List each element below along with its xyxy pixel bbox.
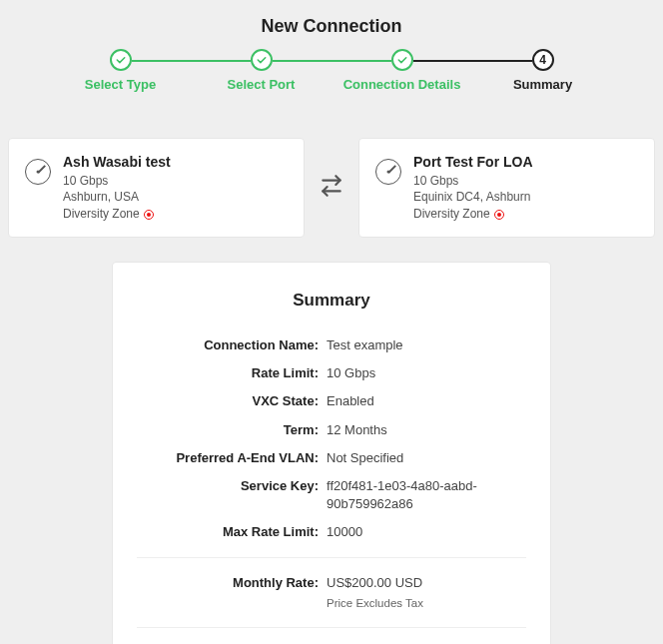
step-connector — [273, 60, 391, 62]
label: Preferred A-End VLAN: — [137, 449, 327, 467]
label: VXC State: — [137, 392, 327, 410]
check-icon — [110, 49, 132, 71]
value: 12 Months — [327, 421, 526, 439]
wizard-header: New Connection Select Type Select Port C… — [0, 0, 663, 110]
value: US$200.00 USD Price Excludes Tax — [327, 574, 526, 610]
step-label: Connection Details — [343, 77, 461, 92]
diversity-zone-label: Diversity Zone — [413, 206, 490, 223]
port-name: Ash Wasabi test — [63, 153, 171, 173]
label: Service Key: — [137, 477, 327, 513]
diversity-zone-red-icon — [494, 210, 504, 220]
port-name: Port Test For LOA — [413, 153, 533, 173]
step-label: Select Port — [228, 77, 296, 92]
value: Enabled — [327, 392, 526, 410]
value: Test example — [327, 336, 526, 354]
diversity-zone: Diversity Zone — [63, 206, 171, 223]
stepper: Select Type Select Port Connection Detai… — [0, 49, 663, 110]
check-icon — [251, 49, 273, 71]
row-vxc-state: VXC State: Enabled — [137, 392, 526, 410]
step-number: 4 — [532, 49, 554, 71]
port-info: Ash Wasabi test 10 Gbps Ashburn, USA Div… — [63, 153, 171, 223]
value: Not Specified — [327, 449, 526, 467]
monthly-rate-value: US$200.00 USD — [327, 574, 526, 592]
ports-row: Ash Wasabi test 10 Gbps Ashburn, USA Div… — [0, 110, 663, 254]
port-location: Equinix DC4, Ashburn — [413, 189, 533, 206]
port-speed: 10 Gbps — [63, 173, 171, 190]
row-preferred-vlan: Preferred A-End VLAN: Not Specified — [137, 449, 526, 467]
row-service-key: Service Key: ff20f481-1e03-4a80-aabd-90b… — [137, 477, 526, 513]
row-connection-name: Connection Name: Test example — [137, 336, 526, 354]
step-label: Summary — [513, 77, 572, 92]
dest-port-card[interactable]: Port Test For LOA 10 Gbps Equinix DC4, A… — [358, 138, 655, 238]
row-rate-limit: Rate Limit: 10 Gbps — [137, 364, 526, 382]
step-select-port[interactable]: Select Port — [191, 49, 332, 92]
swap-icon — [319, 173, 344, 203]
summary-heading: Summary — [137, 291, 526, 311]
row-monthly-rate: Monthly Rate: US$200.00 USD Price Exclud… — [137, 574, 526, 610]
summary-card: Summary Connection Name: Test example Ra… — [112, 262, 551, 644]
label: Monthly Rate: — [137, 574, 327, 610]
gauge-icon — [25, 159, 51, 185]
step-label: Select Type — [85, 77, 156, 92]
divider — [137, 627, 526, 628]
diversity-zone: Diversity Zone — [413, 206, 533, 223]
port-info: Port Test For LOA 10 Gbps Equinix DC4, A… — [413, 153, 533, 223]
step-connector — [132, 60, 251, 62]
check-icon — [391, 49, 413, 71]
divider — [137, 557, 526, 558]
value: 10 Gbps — [327, 364, 526, 382]
diversity-zone-label: Diversity Zone — [63, 206, 140, 223]
source-port-card[interactable]: Ash Wasabi test 10 Gbps Ashburn, USA Div… — [8, 138, 305, 238]
row-max-rate-limit: Max Rate Limit: 10000 — [137, 523, 526, 541]
step-summary[interactable]: 4 Summary — [472, 49, 613, 92]
step-select-type[interactable]: Select Type — [50, 49, 191, 92]
step-connector — [413, 60, 532, 62]
diversity-zone-red-icon — [144, 210, 154, 220]
label: Term: — [137, 421, 327, 439]
label: Rate Limit: — [137, 364, 327, 382]
label: Max Rate Limit: — [137, 523, 327, 541]
value: 10000 — [327, 523, 526, 541]
rate-note: Price Excludes Tax — [327, 595, 526, 611]
value: ff20f481-1e03-4a80-aabd-90b759962a86 — [327, 477, 526, 513]
row-term: Term: 12 Months — [137, 421, 526, 439]
gauge-icon — [375, 159, 401, 185]
label: Connection Name: — [137, 336, 327, 354]
step-connection-details[interactable]: Connection Details — [332, 49, 472, 92]
port-location: Ashburn, USA — [63, 189, 171, 206]
port-speed: 10 Gbps — [413, 173, 533, 190]
page-title: New Connection — [0, 16, 663, 37]
